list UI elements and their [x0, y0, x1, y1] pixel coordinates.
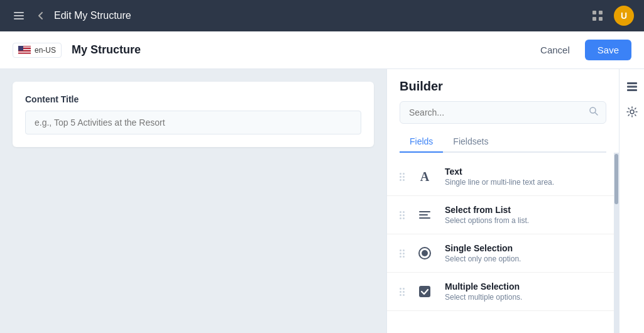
grid-icon[interactable] [589, 7, 606, 25]
field-info-select-list: Select from List Select options from a l… [445, 205, 601, 225]
svg-rect-15 [18, 46, 23, 51]
builder-header: Builder Fields Fieldsets [387, 69, 619, 153]
svg-rect-13 [18, 53, 31, 54]
drag-handle-multiple-selection[interactable] [400, 288, 405, 296]
builder-title: Builder [400, 79, 606, 94]
svg-rect-1 [14, 15, 24, 16]
drag-handle-text[interactable] [400, 173, 405, 181]
cancel-button[interactable]: Cancel [530, 40, 580, 60]
user-avatar[interactable]: U [614, 6, 634, 26]
topbar-title: Edit My Structure [54, 10, 581, 21]
field-desc-text: Single line or multi-line text area. [445, 178, 601, 187]
field-desc-multiple-selection: Select multiple options. [445, 293, 601, 302]
field-name-multiple-selection: Multiple Selection [445, 281, 601, 292]
field-item-single-selection[interactable]: Single Selection Select only one option. [387, 234, 614, 273]
field-desc-single-selection: Select only one option. [445, 254, 601, 263]
search-wrapper [400, 101, 606, 124]
sidebar-toggle-button[interactable] [10, 7, 28, 25]
field-item-select-list[interactable]: Select from List Select options from a l… [387, 196, 614, 234]
text-field-icon: A [413, 165, 436, 188]
tab-fields[interactable]: Fields [400, 131, 443, 153]
save-button[interactable]: Save [585, 40, 631, 60]
fields-list-container: A Text Single line or multi-line text ar… [387, 153, 614, 333]
left-panel: Content Title [0, 69, 386, 333]
main-layout: Content Title Builder Fields Fieldsets [0, 69, 644, 333]
content-title-label: Content Title [25, 94, 361, 104]
builder-tabs: Fields Fieldsets [400, 131, 606, 153]
field-name-select-list: Select from List [445, 205, 601, 215]
field-name-text: Text [445, 166, 601, 177]
field-item-multiple-selection[interactable]: Multiple Selection Select multiple optio… [387, 273, 614, 311]
tab-fieldsets[interactable]: Fieldsets [443, 131, 498, 153]
scroll-thumb [614, 154, 618, 204]
svg-rect-22 [627, 89, 637, 91]
structure-name: My Structure [72, 43, 530, 57]
checkbox-icon [417, 284, 432, 299]
multiple-selection-icon-wrapper [413, 280, 436, 303]
field-info-single-selection: Single Selection Select only one option. [445, 243, 601, 263]
svg-rect-12 [18, 52, 31, 53]
svg-rect-3 [592, 11, 596, 14]
drag-handle-select-list[interactable] [400, 211, 405, 219]
svg-rect-14 [18, 53, 31, 54]
right-icon-column [619, 69, 644, 333]
single-selection-icon-wrapper [413, 242, 436, 265]
svg-rect-19 [419, 286, 430, 297]
topbar: Edit My Structure U [0, 0, 644, 31]
fields-list: A Text Single line or multi-line text ar… [387, 153, 614, 333]
svg-rect-0 [14, 12, 24, 13]
list-view-icon-button[interactable] [622, 77, 642, 97]
back-button[interactable] [35, 10, 46, 21]
right-panel-inner: A Text Single line or multi-line text ar… [387, 153, 619, 333]
svg-rect-20 [627, 82, 637, 84]
scroll-bar[interactable] [614, 153, 619, 333]
svg-rect-2 [14, 18, 24, 19]
builder-panel: Builder Fields Fieldsets [386, 69, 619, 333]
builder-search-input[interactable] [400, 101, 606, 124]
field-name-single-selection: Single Selection [445, 243, 601, 253]
list-lines-icon [419, 211, 430, 219]
svg-rect-6 [599, 17, 603, 21]
content-title-input[interactable] [25, 111, 361, 134]
select-list-icon-wrapper [413, 204, 436, 226]
radio-icon [417, 246, 432, 261]
settings-icon-button[interactable] [622, 102, 642, 122]
content-card: Content Title [13, 82, 374, 147]
svg-rect-4 [599, 11, 603, 14]
drag-handle-single-selection[interactable] [400, 249, 405, 258]
svg-point-18 [422, 250, 428, 256]
language-label: en-US [35, 46, 56, 55]
subheader: en-US My Structure Cancel Save [0, 31, 644, 69]
field-info-text: Text Single line or multi-line text area… [445, 166, 601, 187]
text-a-icon: A [420, 170, 429, 184]
field-desc-select-list: Select options from a list. [445, 216, 601, 225]
language-selector[interactable]: en-US [13, 43, 62, 58]
field-item-text[interactable]: A Text Single line or multi-line text ar… [387, 158, 614, 196]
svg-point-23 [630, 110, 634, 114]
svg-rect-21 [627, 86, 637, 88]
svg-rect-5 [592, 17, 596, 21]
field-info-multiple-selection: Multiple Selection Select multiple optio… [445, 281, 601, 302]
